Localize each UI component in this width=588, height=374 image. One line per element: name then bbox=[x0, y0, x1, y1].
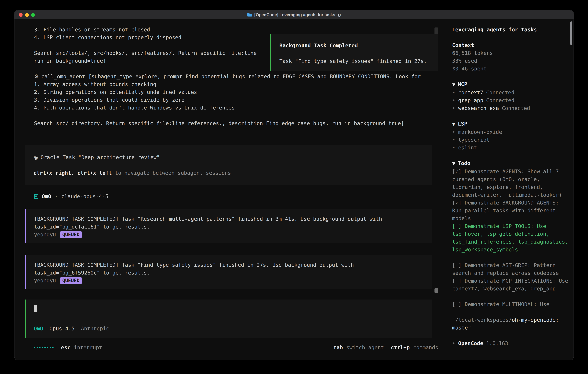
terminal-line: 3. File handles or streams not closed bbox=[25, 26, 432, 33]
folder-icon bbox=[247, 13, 252, 17]
esc-key: esc bbox=[61, 344, 71, 350]
tool-call-text: call_omo_agent [subagent_type=explore, p… bbox=[41, 73, 421, 79]
todo-item: [ ] Demonstrate LSP TOOLS: Use lsp_hover… bbox=[452, 222, 569, 254]
hint-keys: ctrl+x right, ctrl+x left bbox=[33, 170, 112, 176]
agent-name: OmO bbox=[42, 193, 51, 200]
context-spent: $0.46 spent bbox=[452, 65, 569, 73]
bullet-icon: • bbox=[452, 340, 455, 346]
titlebar[interactable]: [OpenCode] Leveraging agents for tasks ◐ bbox=[14, 10, 574, 19]
todo-item: [ ] Demonstrate MCP INTEGRATIONS: Use co… bbox=[452, 277, 569, 292]
bullet-icon: • bbox=[452, 137, 455, 143]
background-task-message: [BACKGROUND TASK COMPLETED] Task "Find t… bbox=[25, 255, 432, 289]
chat-scrollback[interactable]: 3. File handles or streams not closed 4.… bbox=[14, 19, 446, 338]
agent-square-icon bbox=[34, 194, 38, 198]
interrupt-hint: escinterrupt bbox=[61, 344, 102, 352]
message-text: task_id="bg_6f59260c" to get results. bbox=[34, 269, 426, 277]
toast-title: Background Task Completed bbox=[279, 42, 430, 50]
message-text: task_id="bg_dcfac161" to get results. bbox=[34, 223, 426, 231]
context-heading: Context bbox=[452, 41, 569, 49]
minimize-button[interactable] bbox=[25, 13, 29, 17]
message-user: yeongyu bbox=[34, 277, 56, 284]
agent-header: OmO · claude-opus-4-5 bbox=[25, 193, 432, 200]
mcp-heading: MCP bbox=[458, 81, 467, 87]
sidebar-scrollbar-thumb[interactable] bbox=[570, 21, 572, 45]
bullet-icon: • bbox=[452, 105, 455, 111]
mcp-item: •grep_appConnected bbox=[452, 96, 569, 104]
oracle-task-panel: ◉Oracle Task "Deep architecture review" … bbox=[25, 145, 432, 185]
collapse-arrow-icon[interactable]: ▼ bbox=[452, 122, 455, 126]
toast-body: Task "Find type safety issues" finished … bbox=[279, 57, 430, 65]
status-bar: escinterrupt tabswitch agent ctrl+pcomma… bbox=[14, 338, 446, 360]
current-agent: OmO bbox=[34, 325, 43, 332]
todo-heading: Todo bbox=[458, 160, 471, 166]
mcp-item: •context7Connected bbox=[452, 89, 569, 96]
terminal-line: 3. Division operations that could divide… bbox=[25, 96, 432, 104]
ctrl-p-key: ctrl+p bbox=[391, 344, 410, 352]
lsp-item: •eslint bbox=[452, 144, 569, 152]
lsp-heading: LSP bbox=[458, 121, 467, 127]
message-user: yeongyu bbox=[34, 231, 56, 239]
hint-text: to navigate between subagent sessions bbox=[112, 170, 231, 176]
message-text: [BACKGROUND TASK COMPLETED] Task "Find t… bbox=[34, 261, 426, 269]
background-task-toast: Background Task Completed Task "Find typ… bbox=[270, 34, 438, 71]
mcp-item: •websearch_exaConnected bbox=[452, 104, 569, 112]
keybinding-hints: tabswitch agent ctrl+pcommands bbox=[333, 344, 438, 352]
subagent-nav-hint: ctrl+x right, ctrl+x left to navigate be… bbox=[33, 169, 423, 177]
queued-badge: QUEUED bbox=[60, 277, 82, 284]
terminal-line: 4. Path operations that don't handle Win… bbox=[25, 104, 432, 112]
todo-item: [ ] Demonstrate MULTIMODAL: Use bbox=[452, 300, 569, 308]
workspace-branch: master bbox=[452, 324, 569, 332]
oracle-task-title: Oracle Task "Deep architecture review" bbox=[41, 154, 160, 160]
main-pane: 3. File handles or streams not closed 4.… bbox=[14, 19, 446, 360]
opencode-window: [OpenCode] Leveraging agents for tasks ◐… bbox=[14, 10, 574, 360]
terminal-line: 2. String operations on potentially unde… bbox=[25, 88, 432, 96]
agent-model: claude-opus-4-5 bbox=[61, 193, 108, 200]
model-row: OmO Opus 4.5 Anthropic bbox=[34, 325, 424, 332]
current-model: Opus 4.5 bbox=[50, 325, 74, 332]
tool-call-line: ⚙call_omo_agent [subagent_type=explore, … bbox=[25, 73, 432, 80]
collapse-arrow-icon[interactable]: ▼ bbox=[452, 161, 455, 166]
window-controls bbox=[14, 13, 35, 17]
context-used: 33% used bbox=[452, 57, 569, 65]
prompt-input[interactable]: OmO Opus 4.5 Anthropic bbox=[25, 300, 432, 338]
terminal-line: 1. Array access without bounds checking bbox=[25, 80, 432, 88]
todo-section-header: ▼Todo bbox=[452, 159, 569, 168]
close-button[interactable] bbox=[19, 13, 22, 17]
separator-dot: · bbox=[55, 193, 58, 200]
zoom-button[interactable] bbox=[31, 13, 35, 17]
message-text: [BACKGROUND TASK COMPLETED] Task "Resear… bbox=[34, 215, 426, 223]
tab-key: tab bbox=[333, 344, 343, 352]
collapse-arrow-icon[interactable]: ▼ bbox=[452, 82, 455, 87]
terminal-line: Search src/ directory. Return specific f… bbox=[25, 119, 432, 127]
lsp-item: •typescript bbox=[452, 136, 569, 144]
background-task-message: [BACKGROUND TASK COMPLETED] Task "Resear… bbox=[25, 209, 432, 243]
context-tokens: 66,518 tokens bbox=[452, 49, 569, 57]
bullet-icon: • bbox=[452, 90, 455, 95]
todo-item: [ ] Demonstrate AST-GREP: Pattern search… bbox=[452, 261, 569, 277]
queued-badge: QUEUED bbox=[60, 231, 82, 238]
current-provider: Anthropic bbox=[81, 325, 109, 332]
session-sidebar[interactable]: Leveraging agents for tasks Context 66,5… bbox=[446, 19, 574, 360]
text-cursor bbox=[34, 305, 37, 312]
tab-label: switch agent bbox=[346, 344, 384, 352]
message-meta: yeongyu QUEUED bbox=[34, 231, 426, 239]
lsp-section-header: ▼LSP bbox=[452, 120, 569, 128]
activity-spinner bbox=[34, 344, 53, 352]
app-version: •OpenCode1.0.163 bbox=[452, 339, 569, 347]
window-title-text: [OpenCode] Leveraging agents for tasks bbox=[254, 12, 335, 17]
bullet-icon: • bbox=[452, 129, 455, 135]
mcp-section-header: ▼MCP bbox=[452, 80, 569, 89]
todo-item: [✓] Demonstrate AGENTS: Show all 7 curat… bbox=[452, 168, 569, 199]
session-title: Leveraging agents for tasks bbox=[452, 26, 569, 33]
esc-label: interrupt bbox=[74, 344, 102, 350]
workspace-path: ~/local-workspaces/oh-my-opencode: bbox=[452, 316, 569, 324]
message-meta: yeongyu QUEUED bbox=[34, 277, 426, 284]
ctrl-p-label: commands bbox=[413, 344, 438, 352]
gear-icon: ⚙ bbox=[34, 73, 39, 79]
bullet-icon: • bbox=[452, 97, 455, 103]
window-title: [OpenCode] Leveraging agents for tasks ◐ bbox=[14, 12, 574, 17]
todo-item: [✓] Demonstrate BACKGROUND AGENTS: Run p… bbox=[452, 199, 569, 222]
oracle-session-icon: ◉ bbox=[33, 154, 38, 160]
bullet-icon: • bbox=[452, 145, 455, 151]
main-scrollbar-thumb[interactable] bbox=[434, 288, 438, 293]
